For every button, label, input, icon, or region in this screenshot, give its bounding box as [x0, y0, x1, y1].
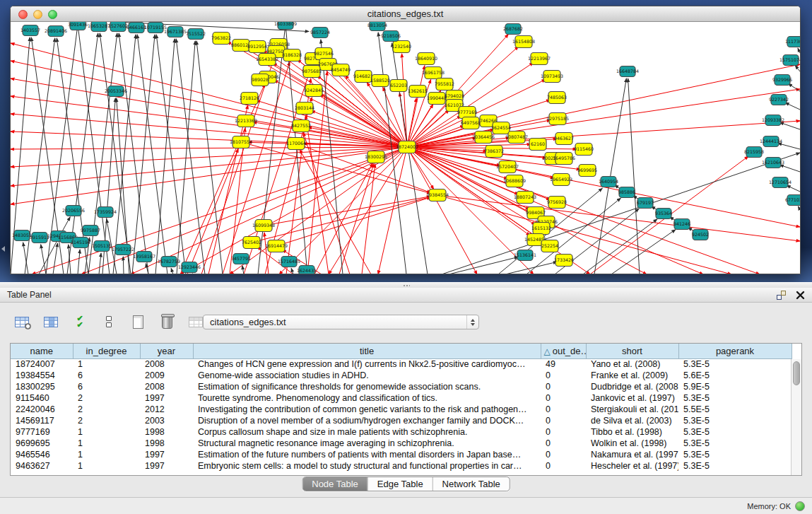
graph-node[interactable]: 16154808	[512, 36, 535, 48]
table-row[interactable]: 946362711997Embryonic stem cells: a mode…	[11, 460, 792, 472]
window-titlebar[interactable]: citations_edges.txt	[11, 6, 800, 22]
graph-node[interactable]: 8427552	[291, 120, 311, 132]
graph-node[interactable]: 989028	[252, 74, 269, 86]
graph-node[interactable]: 15751074	[779, 55, 800, 66]
graph-node[interactable]: 10653287	[88, 22, 110, 32]
graph-node[interactable]: 8454749	[331, 64, 351, 76]
graph-node[interactable]: 6497568	[461, 117, 481, 129]
graph-node[interactable]: 15136141	[514, 250, 536, 261]
graph-node[interactable]: 9115460	[574, 144, 594, 156]
column-header-title[interactable]: title	[193, 344, 541, 358]
graph-node[interactable]: 10688609	[503, 175, 526, 187]
tab-node-table[interactable]: Node Table	[302, 477, 367, 491]
table-mode-icon[interactable]	[13, 313, 31, 330]
column-header-out_de[interactable]: △out_de…	[541, 344, 586, 358]
graph-node[interactable]: 16495786	[553, 153, 575, 165]
table-selector-dropdown[interactable]: citations_edges.txt	[203, 315, 479, 329]
delete-column-icon[interactable]	[158, 313, 176, 330]
new-column-icon[interactable]	[129, 313, 147, 330]
graph-node[interactable]: 1990448	[427, 93, 447, 105]
table-row[interactable]: 977716911998Corpus callosum shape and si…	[11, 426, 792, 438]
graph-node[interactable]: 2718126	[240, 93, 259, 105]
graph-node[interactable]: 1232540	[392, 41, 411, 53]
table-row[interactable]: 1830029562008Estimation of significance …	[11, 381, 792, 392]
graph-node[interactable]: 16782759	[158, 257, 180, 267]
column-header-short[interactable]: short	[586, 344, 678, 358]
graph-node[interactable]: 62160	[529, 139, 546, 151]
graph-node[interactable]: 9756928	[547, 197, 567, 209]
graph-node[interactable]: 19671385	[164, 27, 187, 37]
graph-node[interactable]: 6466161	[126, 23, 146, 33]
select-columns-icon[interactable]: ✔✔	[71, 313, 89, 330]
graph-node[interactable]: 985886	[618, 187, 635, 198]
graph-node[interactable]: 17957222	[112, 245, 134, 255]
graph-node[interactable]: 18300295	[365, 151, 387, 163]
graph-node[interactable]: 1403557	[20, 25, 40, 36]
graph-node[interactable]: 1483051	[12, 230, 32, 241]
graph-node[interactable]: 1117304	[785, 37, 800, 47]
close-panel-icon[interactable]	[796, 291, 805, 300]
graph-node[interactable]: 3457791	[231, 254, 251, 264]
graph-node[interactable]: 1733426	[554, 255, 574, 267]
graph-node[interactable]: 7386372	[484, 146, 504, 158]
graph-node[interactable]: 2803144	[295, 103, 314, 115]
graph-node[interactable]: 12093382	[762, 115, 784, 126]
graph-node[interactable]: 16210643	[762, 158, 784, 168]
graph-node[interactable]: 7485063	[547, 92, 567, 104]
graph-node[interactable]: 18724007	[396, 141, 418, 153]
graph-node[interactable]: 8813054	[367, 22, 387, 31]
citation-network-graph[interactable]: 1872400718300295193845547963822886012889…	[11, 22, 800, 274]
graph-node[interactable]: 12444134	[760, 136, 782, 147]
graph-node[interactable]: 1170064	[286, 138, 306, 150]
graph-node[interactable]: 1527602	[108, 22, 128, 32]
graph-node[interactable]: 12213967	[528, 53, 551, 65]
graph-node[interactable]: 9857224	[310, 28, 330, 38]
graph-node[interactable]: 3915911	[30, 233, 49, 243]
column-header-year[interactable]: year	[140, 344, 193, 358]
network-canvas[interactable]: 1872400718300295193845547963822886012889…	[11, 22, 800, 274]
graph-node[interactable]: 9329966	[772, 75, 792, 86]
graph-node[interactable]: 13958167	[133, 252, 155, 262]
panel-resize-handle[interactable]	[0, 282, 812, 288]
graph-node[interactable]: 18640910	[415, 53, 437, 65]
graph-node[interactable]: 12923446	[178, 262, 201, 273]
graph-node[interactable]: 20206556	[62, 206, 85, 216]
graph-node[interactable]: 16648784	[616, 66, 639, 77]
column-header-name[interactable]: name	[11, 344, 73, 358]
graph-node[interactable]: 7515522	[186, 29, 206, 40]
graph-node[interactable]: 9227342	[769, 95, 789, 105]
graph-node[interactable]: 18107554	[230, 136, 252, 148]
graph-node[interactable]: 9463627	[554, 133, 574, 145]
graph-node[interactable]: 252254	[541, 240, 558, 252]
column-header-in_degree[interactable]: in_degree	[73, 344, 140, 358]
graph-node[interactable]: 20053346	[105, 86, 127, 97]
graph-node[interactable]: 19384554	[426, 189, 449, 201]
table-row[interactable]: 1938455462009Genome-wide association stu…	[11, 370, 792, 381]
graph-node[interactable]: 16099348	[252, 220, 275, 232]
graph-node[interactable]: 9699695	[577, 165, 597, 177]
table-row[interactable]: 969969511998Structural magnetic resonanc…	[11, 438, 792, 449]
graph-node[interactable]: 19654923	[550, 174, 572, 186]
graph-node[interactable]: 1362615	[408, 86, 428, 98]
graph-node[interactable]: 1624431	[297, 266, 317, 274]
graph-node[interactable]: 7963822	[211, 33, 231, 45]
graph-node[interactable]: 7625402	[242, 237, 261, 249]
graph-node[interactable]: 18807243	[514, 192, 536, 204]
float-panel-icon[interactable]	[777, 291, 786, 300]
graph-node[interactable]: 15716485	[278, 257, 300, 267]
graph-node[interactable]: 8912954	[247, 41, 267, 53]
graph-node[interactable]: 3091436	[68, 22, 88, 30]
graph-node[interactable]: 12710654	[769, 177, 792, 188]
collapse-panel-arrow-icon[interactable]	[1, 246, 5, 252]
graph-node[interactable]: 941246	[673, 219, 690, 230]
graph-node[interactable]: 12213369	[235, 115, 257, 127]
column-header-pagerank[interactable]: pagerank	[678, 344, 792, 358]
graph-node[interactable]: 924502	[692, 230, 709, 240]
graph-node[interactable]: 8186328	[282, 49, 302, 62]
tab-edge-table[interactable]: Edge Table	[367, 477, 433, 491]
graph-node[interactable]: 17359924	[94, 207, 117, 218]
graph-node[interactable]: 9218506	[381, 31, 401, 42]
graph-node[interactable]: 935364	[655, 209, 672, 219]
graph-node[interactable]: 20891406	[45, 26, 67, 37]
graph-node[interactable]: 16914479	[265, 240, 288, 252]
